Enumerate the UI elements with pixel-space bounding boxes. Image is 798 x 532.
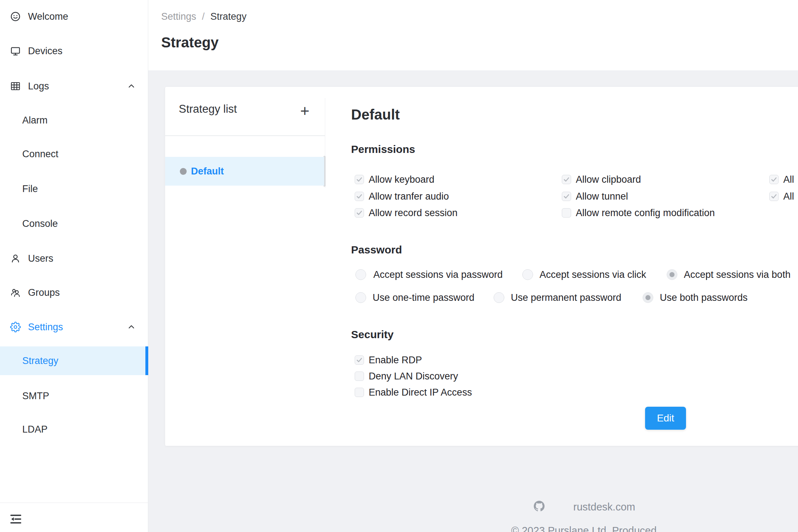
sidebar-item-groups[interactable]: Groups (0, 278, 148, 307)
radio-dot (669, 272, 675, 277)
sidebar-item-ldap[interactable]: LDAP (0, 415, 148, 444)
strategy-detail-title: Default (351, 107, 400, 123)
sidebar-item-label: Settings (28, 322, 63, 333)
radio-accept-sessions-via-both[interactable] (667, 269, 677, 280)
sidebar-item-settings[interactable]: Settings (0, 313, 148, 341)
checkbox-enable-direct-ip-access[interactable] (355, 388, 364, 397)
check-icon (771, 193, 777, 200)
radio-accept-sessions-via-password[interactable] (355, 269, 366, 280)
edit-button[interactable]: Edit (645, 407, 686, 430)
label-accept-sessions-via-both[interactable]: Accept sessions via both (684, 269, 790, 280)
add-strategy-button[interactable]: + (297, 103, 312, 118)
check-icon (356, 193, 363, 200)
checkbox-allow-clipped-1[interactable] (769, 175, 779, 184)
footer-copyright: © 2023 Purslane Ltd. Produced (511, 525, 657, 532)
breadcrumb-settings[interactable]: Settings (161, 11, 196, 22)
label-use-both-passwords[interactable]: Use both passwords (660, 292, 748, 303)
sidebar-item-label: Devices (28, 46, 62, 57)
radio-dot (645, 295, 650, 300)
sidebar-item-label: Users (28, 253, 53, 264)
users-group-icon (10, 287, 21, 298)
sidebar-item-label: Connect (22, 149, 59, 160)
label-accept-sessions-via-password[interactable]: Accept sessions via password (373, 269, 503, 280)
radio-use-permanent-password[interactable] (494, 292, 504, 303)
sidebar-item-label: Console (22, 218, 58, 229)
breadcrumb: Settings / Strategy (161, 11, 247, 22)
label-allow-transfer-audio[interactable]: Allow tranfer audio (369, 191, 449, 202)
label-use-permanent-password[interactable]: Use permanent password (511, 292, 621, 303)
checkbox-allow-tunnel[interactable] (562, 192, 571, 201)
radio-accept-sessions-via-click[interactable] (522, 269, 533, 280)
sidebar-item-label: Strategy (22, 355, 59, 367)
checkbox-allow-keyboard[interactable] (355, 175, 364, 184)
check-icon (356, 210, 363, 216)
page-title: Strategy (161, 34, 219, 51)
label-enable-rdp[interactable]: Enable RDP (369, 355, 422, 365)
sidebar-item-welcome[interactable]: Welcome (0, 2, 148, 31)
radio-use-both-passwords[interactable] (643, 292, 653, 303)
label-use-one-time-password[interactable]: Use one-time password (373, 292, 475, 303)
label-allow-clipped-1[interactable]: All (783, 174, 794, 185)
label-accept-sessions-via-click[interactable]: Accept sessions via click (540, 269, 646, 280)
sidebar-item-label: Alarm (22, 115, 48, 126)
strategy-list-item-default[interactable]: Default (165, 157, 324, 186)
sidebar-item-label: File (22, 183, 38, 195)
sidebar-item-label: Welcome (28, 11, 68, 22)
permissions-heading: Permissions (351, 143, 415, 155)
github-icon[interactable] (534, 501, 545, 512)
radio-use-one-time-password[interactable] (355, 292, 366, 303)
sidebar-footer-divider (0, 503, 148, 503)
sidebar-item-connect[interactable]: Connect (0, 140, 148, 168)
sidebar-item-smtp[interactable]: SMTP (0, 382, 148, 410)
table-grid-icon (10, 81, 21, 92)
checkbox-allow-clipped-2[interactable] (769, 192, 779, 201)
checkbox-enable-rdp[interactable] (355, 355, 364, 365)
label-allow-keyboard[interactable]: Allow keyboard (369, 174, 434, 185)
check-icon (356, 176, 363, 183)
sidebar-item-strategy[interactable]: Strategy (0, 346, 148, 375)
checkbox-deny-lan-discovery[interactable] (355, 372, 364, 381)
check-icon (563, 176, 570, 183)
security-heading: Security (351, 328, 393, 341)
checkbox-allow-remote-config-modification[interactable] (562, 208, 571, 218)
sidebar-item-file[interactable]: File (0, 174, 148, 203)
user-icon (10, 253, 21, 264)
footer-site-link[interactable]: rustdesk.com (573, 501, 635, 513)
strategy-status-dot (180, 168, 187, 175)
breadcrumb-current: Strategy (210, 11, 247, 22)
label-allow-record-session[interactable]: Allow record session (369, 207, 458, 218)
sidebar-item-label: Logs (28, 81, 49, 92)
check-icon (356, 357, 363, 363)
breadcrumb-separator: / (202, 11, 205, 22)
sidebar-item-label: SMTP (22, 391, 49, 402)
sidebar-item-devices[interactable]: Devices (0, 37, 148, 65)
active-indicator-bar (145, 346, 148, 375)
chevron-up-icon[interactable] (127, 323, 135, 331)
strategy-card: Strategy list + Default (165, 87, 798, 446)
check-icon (563, 193, 570, 200)
sidebar-item-alarm[interactable]: Alarm (0, 106, 148, 135)
sidebar-item-console[interactable]: Console (0, 209, 148, 238)
password-heading: Password (351, 244, 402, 256)
checkbox-allow-record-session[interactable] (355, 208, 364, 218)
checkbox-allow-clipboard[interactable] (562, 175, 571, 184)
sidebar-item-label: LDAP (22, 424, 48, 435)
sidebar-item-logs[interactable]: Logs (0, 72, 148, 101)
check-icon (771, 176, 777, 183)
sidebar: Welcome Devices Logs Alarm Connect File … (0, 0, 148, 532)
label-deny-lan-discovery[interactable]: Deny LAN Discovery (369, 371, 458, 382)
list-header-divider (165, 135, 325, 136)
chevron-up-icon[interactable] (127, 82, 135, 90)
label-allow-remote-config-modification[interactable]: Allow remote config modification (576, 207, 715, 218)
sidebar-item-users[interactable]: Users (0, 244, 148, 273)
label-allow-tunnel[interactable]: Allow tunnel (576, 191, 628, 202)
sidebar-item-label: Groups (28, 287, 60, 298)
label-allow-clipboard[interactable]: Allow clipboard (576, 174, 641, 185)
menu-fold-icon (9, 513, 22, 526)
strategy-list-title: Strategy list (179, 103, 237, 116)
label-allow-clipped-2[interactable]: All (783, 191, 794, 202)
collapse-sidebar-button[interactable] (9, 513, 22, 526)
monitor-icon (10, 46, 21, 56)
label-enable-direct-ip-access[interactable]: Enable Direct IP Access (369, 387, 472, 398)
checkbox-allow-transfer-audio[interactable] (355, 192, 364, 201)
